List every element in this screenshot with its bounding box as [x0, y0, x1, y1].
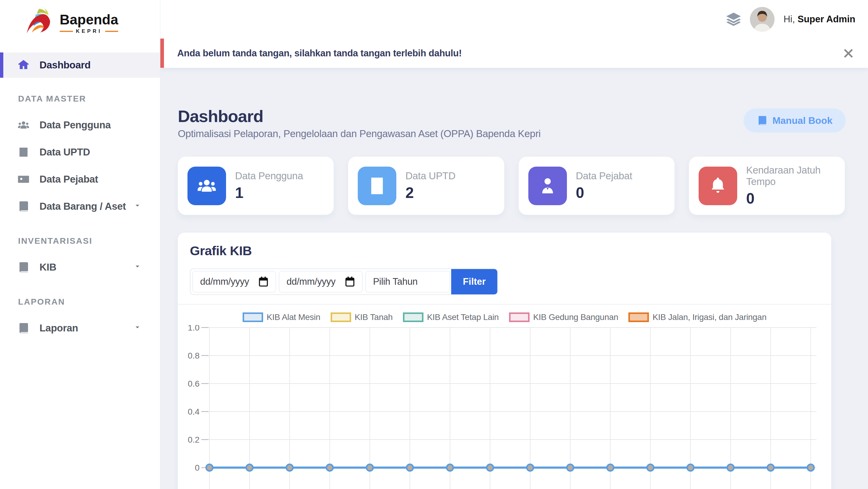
users-icon: [17, 119, 30, 131]
stat-card-data-uptd: Data UPTD 2: [348, 157, 504, 215]
book-icon: [17, 322, 30, 334]
page-subtitle: Optimalisasi Pelaporan, Pengelolaan dan …: [178, 128, 541, 139]
svg-text:0.6: 0.6: [188, 379, 199, 388]
book-icon: [757, 115, 768, 126]
bell-icon: [699, 167, 737, 205]
stat-card-kendaraan-jatuh-tempo: Kendaraan Jatuh Tempo 0: [689, 157, 845, 215]
home-icon: [17, 59, 30, 71]
id-card-icon: [17, 173, 30, 186]
stat-value: 0: [576, 184, 632, 202]
legend-item[interactable]: KIB Tanah: [331, 313, 393, 322]
year-select-placeholder: Pilih Tahun: [373, 276, 418, 287]
chart-legend: KIB Alat MesinKIB TanahKIB Aset Tetap La…: [188, 313, 821, 322]
sidebar-item-label: Dashboard: [39, 59, 91, 71]
alert-banner: Anda belum tanda tangan, silahkan tanda …: [160, 39, 868, 68]
stat-value: 2: [405, 184, 456, 202]
date-to-input[interactable]: dd/mm/yyyy: [279, 271, 363, 293]
sidebar-item-data-barang-aset[interactable]: Data Barang / Aset: [0, 193, 160, 220]
legend-label: KIB Tanah: [355, 313, 393, 322]
stat-label: Data Pengguna: [235, 170, 303, 182]
layers-icon[interactable]: [726, 13, 741, 26]
calendar-icon: [258, 276, 268, 287]
sidebar-section-data-master: DATA MASTER: [0, 94, 160, 104]
users-icon: [187, 167, 226, 205]
stat-label: Data Pejabat: [576, 170, 632, 182]
year-select[interactable]: Pilih Tahun: [365, 271, 451, 293]
kib-chart: 1.00.80.60.40.20: [188, 325, 821, 489]
topbar: Hi, Super Admin: [160, 0, 868, 39]
sidebar-item-label: Laporan: [39, 322, 78, 334]
sidebar-item-data-uptd[interactable]: Data UPTD: [0, 139, 160, 166]
brand-name: Bapenda: [60, 13, 118, 27]
sidebar-item-laporan[interactable]: Laporan: [0, 315, 160, 342]
legend-item[interactable]: KIB Jalan, Irigasi, dan Jaringan: [628, 313, 767, 322]
svg-text:0.4: 0.4: [188, 407, 199, 416]
manual-book-label: Manual Book: [772, 115, 832, 126]
svg-text:1.0: 1.0: [188, 325, 199, 332]
close-icon: [843, 47, 854, 59]
sidebar-section-laporan: LAPORAN: [0, 297, 160, 307]
chevron-down-icon: [133, 202, 141, 211]
legend-label: KIB Alat Mesin: [267, 313, 320, 322]
legend-item[interactable]: KIB Alat Mesin: [243, 313, 320, 322]
sidebar-item-label: Data Pejabat: [39, 173, 98, 185]
date-from-input[interactable]: dd/mm/yyyy: [192, 271, 276, 293]
sidebar-item-label: Data Barang / Aset: [39, 201, 126, 212]
stat-value: 0: [746, 190, 845, 207]
alert-close-button[interactable]: [843, 47, 854, 59]
legend-swatch: [403, 313, 424, 322]
avatar[interactable]: [750, 7, 775, 32]
legend-swatch: [331, 313, 351, 322]
manual-book-button[interactable]: Manual Book: [744, 108, 846, 133]
page-title: Dashboard: [178, 106, 264, 126]
calendar-icon: [345, 276, 355, 287]
stat-label: Data UPTD: [405, 170, 456, 182]
stat-card-data-pejabat: Data Pejabat 0: [519, 157, 675, 215]
legend-swatch: [509, 313, 530, 322]
svg-text:0.8: 0.8: [188, 351, 199, 360]
brand-logo: Bapenda KEPRI: [0, 0, 160, 42]
stat-value: 1: [235, 184, 303, 202]
grafik-kib-title: Grafik KIB: [190, 243, 819, 258]
user-name: Super Admin: [798, 14, 855, 24]
legend-label: KIB Jalan, Irigasi, dan Jaringan: [652, 313, 767, 322]
legend-label: KIB Gedung Bangunan: [533, 313, 618, 322]
person-tie-icon: [528, 167, 567, 205]
chart-area: KIB Alat MesinKIB TanahKIB Aset Tetap La…: [178, 304, 831, 489]
date-from-placeholder: dd/mm/yyyy: [200, 276, 249, 287]
legend-label: KIB Aset Tetap Lain: [427, 313, 499, 322]
alert-message: Anda belum tanda tangan, silahkan tanda …: [177, 48, 462, 59]
filter-group: dd/mm/yyyy dd/mm/yyyy Pilih Tahun Filter: [190, 268, 498, 295]
brand-wave-icon: [22, 5, 61, 36]
legend-swatch: [628, 313, 649, 322]
sidebar-item-kib[interactable]: KIB: [0, 254, 160, 281]
greeting-prefix: Hi,: [784, 14, 798, 24]
chevron-down-icon: [133, 263, 141, 272]
filter-button-label: Filter: [463, 276, 486, 287]
filter-button[interactable]: Filter: [451, 269, 497, 294]
stat-card-data-pengguna: Data Pengguna 1: [178, 157, 334, 215]
sidebar: Bapenda KEPRI Dashboard DATA MASTER Data…: [0, 0, 160, 489]
brand-line-right: [105, 31, 119, 32]
brand-line-left: [60, 31, 73, 32]
svg-text:0: 0: [195, 463, 199, 472]
sidebar-section-inventarisasi: INVENTARISASI: [0, 236, 160, 246]
sidebar-item-dashboard[interactable]: Dashboard: [0, 53, 160, 78]
sidebar-item-data-pejabat[interactable]: Data Pejabat: [0, 166, 160, 193]
building-icon: [358, 167, 396, 205]
sidebar-item-label: Data Pengguna: [39, 119, 111, 131]
stats-row: Data Pengguna 1 Data UPTD 2 Data Pejabat…: [178, 157, 845, 215]
legend-item[interactable]: KIB Aset Tetap Lain: [403, 313, 499, 322]
chevron-down-icon: [133, 324, 141, 333]
sidebar-item-label: Data UPTD: [39, 146, 90, 158]
stat-label: Kendaraan Jatuh Tempo: [746, 164, 845, 187]
building-icon: [17, 146, 30, 159]
legend-item[interactable]: KIB Gedung Bangunan: [509, 313, 618, 322]
svg-text:0.2: 0.2: [188, 435, 199, 445]
brand-sub: KEPRI: [76, 28, 102, 34]
sidebar-item-data-pengguna[interactable]: Data Pengguna: [0, 111, 160, 139]
book-icon: [17, 261, 30, 273]
date-to-placeholder: dd/mm/yyyy: [287, 276, 336, 287]
grafik-kib-header: Grafik KIB dd/mm/yyyy dd/mm/yyyy Pilih T…: [178, 233, 831, 304]
main-content: Dashboard Optimalisasi Pelaporan, Pengel…: [160, 68, 868, 489]
